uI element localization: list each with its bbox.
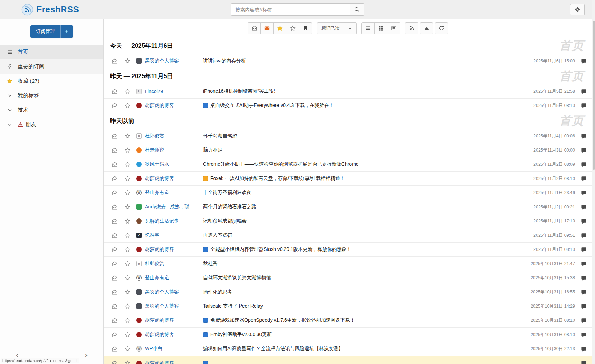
article-title[interactable]: 两个月的肾结石排石之路 <box>203 204 256 210</box>
article-row[interactable]: W 登山亦有道 自驾环太湖游览长兴太湖博物馆 2025年10月31日 15:38 <box>104 271 592 285</box>
favorite-star-icon[interactable] <box>124 247 130 253</box>
article-row[interactable]: π 杜郎俊赏 秋桂香 2025年10月31日 21:47 <box>104 256 592 271</box>
favorite-star-icon[interactable] <box>124 89 130 94</box>
comments-icon[interactable] <box>580 318 587 324</box>
mark-read-envelope-icon[interactable] <box>111 318 118 324</box>
view-list-button[interactable] <box>361 22 375 34</box>
scrollbar-thumb[interactable] <box>593 21 595 170</box>
article-row[interactable]: W 登山亦有道 十全街万圣福利狂欢夜 2025年11月1日 23:46 <box>104 185 592 200</box>
article-row[interactable]: W WP小白 编辑如何用AI高质量写作？全流程方法论与风险避坑【林岚实测】 20… <box>104 342 592 356</box>
comments-icon[interactable] <box>580 190 587 196</box>
favorite-star-icon[interactable] <box>124 346 130 352</box>
feed-name[interactable]: Andy烧麦 - 成熟，聪... <box>145 204 198 210</box>
feed-name[interactable]: 胡萝虎的博客 <box>145 246 198 253</box>
article-title[interactable]: 自驾环太湖游览长兴太湖博物馆 <box>203 275 271 281</box>
article-row[interactable]: Andy烧麦 - 成熟，聪... 两个月的肾结石排石之路 2025年11月2日 … <box>104 200 592 214</box>
mark-read-envelope-icon[interactable] <box>111 204 118 210</box>
filter-unread-button[interactable] <box>260 22 274 34</box>
filter-nonfavorites-button[interactable] <box>286 22 299 34</box>
feed-name[interactable]: Lincol29 <box>145 89 198 94</box>
comments-icon[interactable] <box>580 176 587 182</box>
view-reader-button[interactable] <box>387 22 400 34</box>
search-input[interactable] <box>231 3 350 16</box>
feed-name[interactable]: 胡萝虎的博客 <box>145 317 198 324</box>
feed-name[interactable]: WP小白 <box>145 346 198 352</box>
feed-name[interactable]: 胡萝虎的博客 <box>145 102 198 109</box>
article-title[interactable]: 桌面级交互式AI助手Everywhere v0.4.3 下载，在我所在！ <box>210 102 334 109</box>
favorite-star-icon[interactable] <box>124 275 130 281</box>
article-title[interactable]: 记胡彦斌成都演唱会 <box>203 218 247 224</box>
article-title[interactable]: iPhone16相机控制键离奇“罢工”记 <box>203 88 275 94</box>
comments-icon[interactable] <box>580 289 587 295</box>
feed-name[interactable]: 杜老师说 <box>145 147 198 153</box>
article-title[interactable]: Emby神医助手v2.0.0.30更新 <box>210 331 272 338</box>
article-row[interactable]: 胡萝虎的博客 免费游戏加速器OpenSpeedy v1.7.6更新，据说还能加速… <box>104 313 592 327</box>
favorite-star-icon[interactable] <box>124 261 130 267</box>
feed-name[interactable]: 胡萝虎的博客 <box>145 360 198 364</box>
scroll-top-button[interactable] <box>420 22 433 34</box>
article-row[interactable]: 胡萝虎的博客 桌面级交互式AI助手Everywhere v0.4.3 下载，在我… <box>104 98 592 112</box>
mark-read-envelope-icon[interactable] <box>111 89 118 94</box>
article-title[interactable]: 再遭入室盗窃 <box>203 232 232 238</box>
favorite-star-icon[interactable] <box>124 162 130 167</box>
mark-read-envelope-icon[interactable] <box>111 162 118 167</box>
favorite-star-icon[interactable] <box>124 332 130 338</box>
favorite-star-icon[interactable] <box>124 233 130 238</box>
chevron-down-icon[interactable] <box>6 108 13 113</box>
article-row[interactable]: π 杜郎俊赏 环千岛湖自驾游 2025年11月4日 00:06 <box>104 129 592 143</box>
refresh-button[interactable] <box>435 22 448 34</box>
sidebar-item-chevron[interactable]: 技术 <box>0 103 103 117</box>
app-logo[interactable]: FreshRSS <box>21 4 79 16</box>
article-title[interactable]: 脑力不足 <box>203 147 222 153</box>
filter-favorites-button[interactable] <box>273 22 286 34</box>
bookmark-filter-button[interactable] <box>299 22 312 34</box>
article-title[interactable]: 全能型小姐姐内容管理器Stash v0.29.1版本更新，释放你的想象！ <box>210 246 351 253</box>
article-row[interactable]: 胡萝虎的博客 全能型小姐姐内容管理器Stash v0.29.1版本更新，释放你的… <box>104 242 592 256</box>
feed-name[interactable]: 登山亦有道 <box>145 275 198 281</box>
article-row[interactable]: L Lincol29 iPhone16相机控制键离奇“罢工”记 2025年11月… <box>104 84 592 98</box>
feed-name[interactable]: 秋风于渭水 <box>145 161 198 167</box>
comments-icon[interactable] <box>580 103 587 109</box>
favorite-star-icon[interactable] <box>124 133 130 139</box>
comments-icon[interactable] <box>580 360 587 364</box>
settings-button[interactable] <box>570 4 585 15</box>
favorite-star-icon[interactable] <box>124 58 130 64</box>
comments-icon[interactable] <box>580 218 587 224</box>
comments-icon[interactable] <box>580 261 587 267</box>
chevron-down-icon[interactable] <box>6 122 13 127</box>
article-row[interactable]: 胡萝虎的博客 Foxel: 一款AI加持的私有云盘，存储/下载/分享/挂载样样精… <box>104 171 592 185</box>
mark-read-button[interactable]: 标记已读 <box>317 22 344 34</box>
mark-read-dropdown-button[interactable] <box>344 22 357 34</box>
article-row[interactable]: 黑羽的个人博客 插件化的思考 2025年10月31日 16:55 <box>104 285 592 299</box>
mark-read-envelope-icon[interactable] <box>111 103 118 109</box>
comments-icon[interactable] <box>580 162 587 167</box>
feed-name[interactable]: 黑羽的个人博客 <box>145 289 198 295</box>
feed-name[interactable]: 瓦解的生活记事 <box>145 218 198 224</box>
article-row[interactable]: 杜老师说 脑力不足 2025年11月3日 00:00 <box>104 143 592 157</box>
comments-icon[interactable] <box>580 247 587 253</box>
comments-icon[interactable] <box>580 58 587 64</box>
sidebar-item-home[interactable]: 首页 <box>0 45 103 59</box>
favorite-star-icon[interactable] <box>124 318 130 324</box>
sidebar-item-chevron[interactable]: 我的标签 <box>0 88 103 103</box>
article-row[interactable]: Z 忆往事 再遭入室盗窃 2025年11月1日 09:51 <box>104 228 592 242</box>
article-row[interactable]: 秋风于渭水 Chrome升级小助手——快速检查你的浏览器扩展是否已支持新版Chr… <box>104 157 592 171</box>
favorite-star-icon[interactable] <box>124 147 130 153</box>
feed-name[interactable]: 杜郎俊赏 <box>145 261 198 267</box>
article-row[interactable]: 黑羽的个人博客 讲讲java的内存分析 2025年11月6日 15:09 <box>104 54 592 68</box>
rss-button[interactable] <box>405 22 418 34</box>
article-title[interactable]: Chrome升级小助手——快速检查你的浏览器扩展是否已支持新版Chrome <box>203 161 359 167</box>
article-title[interactable]: 免费游戏加速器OpenSpeedy v1.7.6更新，据说还能加速网盘下载！ <box>210 317 355 324</box>
article-row[interactable]: 胡萝虎的博客 <box>104 356 592 364</box>
favorite-star-icon[interactable] <box>124 360 130 364</box>
favorite-star-icon[interactable] <box>124 204 130 210</box>
next-page-button[interactable]: › <box>85 351 88 359</box>
article-title[interactable]: 十全街万圣福利狂欢夜 <box>203 190 251 196</box>
comments-icon[interactable] <box>580 133 587 139</box>
mark-read-envelope-icon[interactable] <box>111 289 118 295</box>
favorite-star-icon[interactable] <box>124 303 130 309</box>
comments-icon[interactable] <box>580 303 587 309</box>
sidebar-item-pin[interactable]: 重要的订阅 <box>0 59 103 74</box>
mark-read-envelope-icon[interactable] <box>111 233 118 238</box>
comments-icon[interactable] <box>580 147 587 153</box>
